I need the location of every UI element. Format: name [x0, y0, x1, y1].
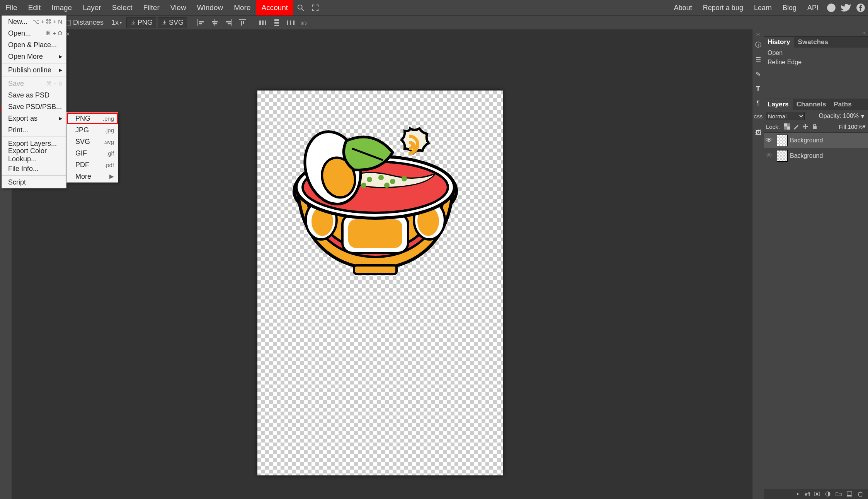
document-artwork: [288, 114, 470, 276]
layer-visibility-icon[interactable]: 👁: [764, 136, 774, 144]
export-submenu-item[interactable]: More▶: [67, 171, 118, 182]
opacity-caret-icon[interactable]: ▾: [861, 113, 866, 120]
menu-edit[interactable]: Edit: [23, 0, 46, 15]
export-svg-button[interactable]: SVG: [158, 17, 187, 28]
file-menu-item[interactable]: Save PSD/PSB...: [2, 101, 66, 113]
menu-api[interactable]: API: [802, 0, 824, 15]
lock-all-icon[interactable]: [812, 123, 818, 130]
brush-panel-icon[interactable]: ✎: [754, 70, 762, 79]
twitter-icon[interactable]: [841, 3, 851, 13]
canvas[interactable]: [257, 91, 503, 475]
distribute-spacing-icon[interactable]: [286, 18, 295, 27]
zoom-level[interactable]: 1x: [111, 19, 119, 27]
align-center-h-icon[interactable]: [210, 18, 220, 27]
file-menu-item[interactable]: Script: [2, 176, 66, 188]
align-right-icon[interactable]: [224, 18, 233, 27]
file-menu-item[interactable]: Publish online▶: [2, 64, 66, 76]
menu-blog[interactable]: Blog: [777, 0, 802, 15]
layer-visibility-icon[interactable]: 👁: [764, 152, 774, 160]
new-layer-icon[interactable]: [846, 491, 853, 497]
layer-name[interactable]: Background: [790, 152, 823, 159]
export-submenu-item[interactable]: SVG.svg: [67, 136, 118, 147]
3d-icon[interactable]: 3D: [300, 18, 309, 27]
export-png-button[interactable]: PNG: [126, 17, 156, 28]
opacity-value[interactable]: 100%: [843, 113, 859, 120]
layer-effects-label[interactable]: eff: [805, 491, 810, 497]
layer-item[interactable]: 👁 Background: [764, 148, 868, 163]
export-submenu-item[interactable]: GIF.gif: [67, 147, 118, 159]
file-menu-item[interactable]: Save as PSD: [2, 89, 66, 101]
menu-more[interactable]: More: [228, 0, 256, 15]
fullscreen-icon[interactable]: [311, 3, 320, 12]
download-icon: [161, 20, 167, 26]
align-left-icon[interactable]: [196, 18, 206, 27]
image-panel-icon[interactable]: 🖼: [754, 129, 762, 138]
menu-report-bug[interactable]: Report a bug: [698, 0, 749, 15]
file-menu-item[interactable]: Print...: [2, 124, 66, 136]
menu-window[interactable]: Window: [192, 0, 229, 15]
menu-view[interactable]: View: [165, 0, 192, 15]
layer-name[interactable]: Background: [790, 137, 823, 144]
new-folder-icon[interactable]: [836, 491, 842, 497]
paragraph-panel-icon[interactable]: ¶: [754, 100, 762, 108]
svg-rect-40: [784, 123, 787, 126]
menu-about[interactable]: About: [669, 0, 698, 15]
file-menu-item[interactable]: File Info...: [2, 163, 66, 174]
distribute-v-icon[interactable]: [272, 18, 281, 27]
zoom-caret-icon[interactable]: ▾: [120, 21, 122, 25]
tab-paths[interactable]: Paths: [830, 99, 855, 110]
layer-mask-icon[interactable]: [814, 491, 820, 497]
facebook-icon[interactable]: [856, 3, 866, 13]
lock-position-icon[interactable]: [802, 123, 808, 130]
svg-point-0: [298, 5, 302, 9]
menu-account[interactable]: Account: [256, 0, 293, 15]
menu-filter[interactable]: Filter: [138, 0, 165, 15]
link-layers-icon[interactable]: [795, 491, 801, 497]
file-menu-item[interactable]: New...⌥ + ⌘ + N: [2, 16, 66, 27]
tab-history[interactable]: History: [764, 37, 794, 48]
reddit-icon[interactable]: [826, 3, 836, 13]
file-menu-item[interactable]: Open...⌘ + O: [2, 27, 66, 39]
layer-thumbnail[interactable]: [777, 150, 788, 162]
file-menu-item[interactable]: Open & Place...: [2, 39, 66, 51]
tab-channels[interactable]: Channels: [793, 99, 830, 110]
file-menu-item[interactable]: Export as▶: [2, 113, 66, 124]
adjustment-panel-icon[interactable]: ☰: [754, 56, 762, 64]
tab-swatches[interactable]: Swatches: [794, 37, 832, 48]
export-submenu-item[interactable]: PNG.png: [67, 113, 118, 124]
character-panel-icon[interactable]: T: [754, 85, 762, 94]
fill-caret-icon[interactable]: ▾: [863, 123, 866, 130]
file-menu-item[interactable]: Open More▶: [2, 51, 66, 62]
history-item[interactable]: Refine Edge: [766, 58, 866, 67]
distribute-h-icon[interactable]: [258, 18, 267, 27]
menu-file[interactable]: File: [0, 0, 23, 15]
svg-rect-9: [274, 25, 279, 26]
svg-rect-6: [265, 21, 266, 25]
export-submenu-item[interactable]: PDF.pdf: [67, 159, 118, 171]
blend-mode-select[interactable]: Normal: [766, 112, 805, 120]
history-item[interactable]: Open: [766, 48, 866, 58]
lock-pixels-icon[interactable]: [793, 123, 799, 130]
tab-layers[interactable]: Layers: [764, 99, 793, 110]
lock-transparency-icon[interactable]: [784, 123, 790, 130]
export-submenu-item[interactable]: JPG.jpg: [67, 124, 118, 136]
css-panel-icon[interactable]: CSS: [754, 114, 762, 123]
layer-item[interactable]: 👁 Background: [764, 132, 868, 148]
menu-image[interactable]: Image: [46, 0, 77, 15]
menu-learn[interactable]: Learn: [749, 0, 777, 15]
collapse-panels-icon[interactable]: ›‹: [862, 29, 866, 36]
menu-layer[interactable]: Layer: [77, 0, 107, 15]
adjustment-layer-icon[interactable]: [825, 491, 831, 497]
align-top-icon[interactable]: [238, 18, 247, 27]
delete-layer-icon[interactable]: [857, 491, 863, 497]
info-panel-icon[interactable]: ⓘ: [754, 41, 762, 50]
panel-icon-strip: ›‹ ⓘ ☰ ✎ T ¶ CSS 🖼: [752, 29, 764, 499]
file-menu-item[interactable]: Export Color Lookup...: [2, 149, 66, 161]
collapse-panels-icon[interactable]: ›‹: [756, 31, 760, 38]
layer-thumbnail[interactable]: [777, 135, 788, 146]
menu-select[interactable]: Select: [107, 0, 138, 15]
layers-footer: eff: [764, 489, 868, 499]
fill-value[interactable]: 100%: [848, 123, 863, 130]
search-icon[interactable]: [296, 3, 305, 12]
canvas-area[interactable]: ×: [12, 29, 752, 499]
